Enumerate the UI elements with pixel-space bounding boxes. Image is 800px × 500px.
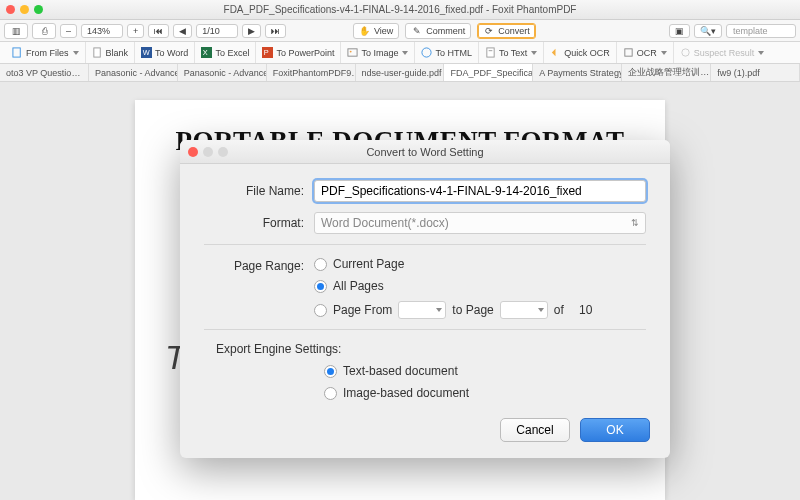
radio-selected-icon bbox=[324, 365, 337, 378]
chevron-down-icon bbox=[538, 308, 544, 312]
export-text-based-option[interactable]: Text-based document bbox=[324, 364, 646, 378]
option-label: Image-based document bbox=[343, 386, 469, 400]
page-range-all-option[interactable]: All Pages bbox=[314, 279, 646, 293]
dialog-title: Convert to Word Setting bbox=[180, 146, 670, 158]
ok-button[interactable]: OK bbox=[580, 418, 650, 442]
export-image-based-option[interactable]: Image-based document bbox=[324, 386, 646, 400]
page-range-label: Page Range: bbox=[204, 257, 314, 273]
file-name-input[interactable] bbox=[314, 180, 646, 202]
radio-icon bbox=[324, 387, 337, 400]
radio-icon bbox=[314, 258, 327, 271]
dialog-titlebar: Convert to Word Setting bbox=[180, 140, 670, 164]
option-label: Page From bbox=[333, 303, 392, 317]
chevron-down-icon bbox=[436, 308, 442, 312]
dialog-zoom-icon bbox=[218, 147, 228, 157]
page-from-input[interactable] bbox=[398, 301, 446, 319]
dialog-close-icon[interactable] bbox=[188, 147, 198, 157]
to-page-label: to Page bbox=[452, 303, 493, 317]
format-label: Format: bbox=[204, 216, 314, 230]
convert-to-word-dialog: Convert to Word Setting File Name: Forma… bbox=[180, 140, 670, 458]
option-label: Text-based document bbox=[343, 364, 458, 378]
radio-selected-icon bbox=[314, 280, 327, 293]
radio-icon bbox=[314, 304, 327, 317]
total-pages: 10 bbox=[579, 303, 592, 317]
cancel-button[interactable]: Cancel bbox=[500, 418, 570, 442]
of-label: of bbox=[554, 303, 564, 317]
chevron-updown-icon: ⇅ bbox=[631, 218, 639, 228]
dialog-backdrop: Convert to Word Setting File Name: Forma… bbox=[0, 0, 800, 500]
option-label: All Pages bbox=[333, 279, 384, 293]
page-to-input[interactable] bbox=[500, 301, 548, 319]
separator bbox=[204, 329, 646, 330]
export-engine-label: Export Engine Settings: bbox=[216, 342, 646, 356]
dialog-minimize-icon bbox=[203, 147, 213, 157]
file-name-label: File Name: bbox=[204, 184, 314, 198]
format-value: Word Document(*.docx) bbox=[321, 216, 449, 230]
option-label: Current Page bbox=[333, 257, 404, 271]
page-range-current-option[interactable]: Current Page bbox=[314, 257, 646, 271]
separator bbox=[204, 244, 646, 245]
page-range-custom-option[interactable]: Page From to Page of 10 bbox=[314, 301, 646, 319]
format-select[interactable]: Word Document(*.docx) ⇅ bbox=[314, 212, 646, 234]
